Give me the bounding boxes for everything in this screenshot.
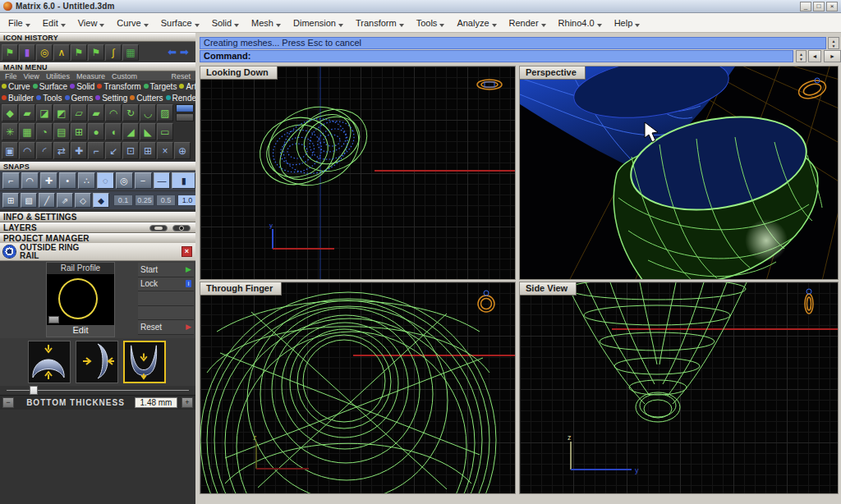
icon-history-header[interactable]: ICON HISTORY [0, 33, 195, 42]
category-item[interactable]: Tools [36, 94, 62, 103]
menu-item[interactable]: Rhino4.0 [558, 18, 602, 28]
profile-option-dome[interactable] [28, 341, 71, 383]
toolbar-button[interactable]: ⌐ [88, 142, 104, 159]
toolbar-button[interactable]: ⇄ [53, 142, 70, 159]
history-icon[interactable]: ⚑ [2, 44, 18, 61]
spin-down-icon[interactable]: ▼ [799, 57, 803, 62]
toolbar-button[interactable]: ◢ [122, 123, 139, 140]
history-icon[interactable]: ⚑ [88, 44, 104, 61]
reset-button[interactable]: Reset ▶ [138, 320, 194, 335]
menu-item[interactable]: File [8, 18, 30, 28]
thickness-increase-button[interactable]: + [182, 397, 193, 408]
menu-item[interactable]: Analyze [457, 18, 496, 28]
main-menu-tab[interactable]: Custom [112, 72, 137, 80]
toolbar-button[interactable]: ◩ [53, 104, 70, 121]
snap-mode-toggle[interactable]: ⇗ [57, 193, 73, 208]
menu-item[interactable]: Surface [161, 18, 200, 28]
toolbar-button[interactable]: ◔ [36, 123, 53, 140]
profile-option-side[interactable] [76, 341, 118, 383]
category-item[interactable]: Builder [2, 94, 34, 103]
toolbar-button[interactable]: ⊕ [174, 142, 191, 159]
viewport-through-finger[interactable]: z Through Finger [200, 282, 516, 494]
layer-toggle-icon[interactable] [149, 225, 168, 231]
viewport-looking-down[interactable]: y Looking Down [200, 66, 516, 280]
toolbar-button[interactable]: ◪ [36, 104, 53, 121]
project-item-outside-ring[interactable]: OUTSIDE RING RAIL × [0, 243, 195, 261]
menu-item[interactable]: Render [509, 18, 546, 28]
snap-mode-toggle[interactable]: ◇ [75, 193, 91, 208]
grid-snap-value[interactable]: 0.25 [135, 195, 154, 206]
command-prev-button[interactable]: ◄ [808, 50, 821, 62]
category-item[interactable]: Curve [2, 82, 30, 91]
toolbar-button[interactable]: ↻ [122, 104, 139, 121]
history-back-icon[interactable]: ⬅ [168, 47, 177, 57]
toolbar-button[interactable]: ◆ [2, 104, 18, 121]
viewport-title-tab[interactable]: Looking Down [200, 66, 278, 80]
command-spinner[interactable]: ▲ ▼ [796, 50, 807, 62]
menu-item[interactable]: Help [614, 18, 641, 28]
snap-toggle[interactable]: ◎ [116, 172, 133, 189]
category-item[interactable]: Cutters [130, 94, 163, 103]
history-icon[interactable]: ◎ [36, 44, 53, 61]
toolbar-button[interactable]: ⊡ [122, 142, 139, 159]
category-item[interactable]: Solid [70, 82, 94, 91]
start-button[interactable]: Start ▶ [138, 263, 194, 277]
profile-option-bottom[interactable] [123, 341, 166, 383]
snap-mode-toggle[interactable]: ◆ [93, 193, 109, 208]
scroll-down-icon[interactable]: ▼ [832, 44, 836, 48]
thickness-slider[interactable] [0, 386, 195, 395]
menu-item[interactable]: Edit [43, 18, 66, 28]
snap-toggle[interactable]: ◠ [21, 172, 39, 189]
history-forward-icon[interactable]: ➡ [180, 47, 189, 57]
category-item[interactable]: Art [179, 82, 196, 91]
project-close-button[interactable]: × [182, 246, 192, 257]
layers-header[interactable]: LAYERS [0, 222, 195, 233]
viewport-title-tab[interactable]: Side View [520, 282, 577, 296]
toolbar-button[interactable]: ▰ [88, 104, 104, 121]
minimize-button[interactable]: _ [800, 2, 811, 11]
toolbar-page-button[interactable] [176, 113, 194, 121]
toolbar-button[interactable]: ⊞ [71, 123, 87, 140]
viewport-title-tab[interactable]: Perspective [520, 66, 586, 80]
snap-toggle[interactable]: ◌ [97, 172, 114, 189]
snap-toggle[interactable]: ▮ [172, 172, 195, 189]
slider-handle[interactable] [30, 386, 38, 395]
toolbar-button[interactable]: ◣ [140, 123, 156, 140]
category-item[interactable]: Surface [33, 82, 67, 91]
main-menu-tab[interactable]: View [24, 72, 39, 80]
action-row-empty[interactable] [138, 306, 194, 321]
menu-item[interactable]: Mesh [251, 18, 281, 28]
menu-item[interactable]: Tools [416, 18, 445, 28]
info-settings-header[interactable]: INFO & SETTINGS [0, 212, 195, 222]
toolbar-button[interactable]: ▣ [2, 142, 18, 159]
category-item[interactable]: Targets [144, 82, 177, 91]
lock-button[interactable]: Lock i [138, 277, 194, 292]
grid-snap-value[interactable]: 1.0 [177, 195, 197, 206]
main-menu-tab[interactable]: File [5, 72, 17, 80]
snap-toggle[interactable]: ⌐ [2, 172, 20, 189]
thickness-decrease-button[interactable]: − [2, 397, 14, 408]
toolbar-button[interactable]: ↙ [105, 142, 122, 159]
snap-toggle[interactable]: ∴ [78, 172, 95, 189]
snap-toggle[interactable]: − [135, 172, 152, 189]
menu-item[interactable]: Dimension [293, 18, 343, 28]
command-input-line[interactable]: Command: [200, 50, 793, 62]
grid-snap-value[interactable]: 0.5 [156, 195, 176, 206]
snap-mode-toggle[interactable]: ⊞ [2, 193, 19, 208]
thickness-value-field[interactable]: 1.48 mm [135, 397, 177, 408]
main-menu-tab[interactable]: Measure [76, 72, 105, 80]
viewport-title-tab[interactable]: Through Finger [200, 282, 282, 296]
menu-item[interactable]: Solid [212, 18, 239, 28]
command-scrollbar[interactable]: ▲ ▼ [828, 37, 839, 49]
toolbar-button[interactable]: ▭ [157, 123, 173, 140]
toolbar-button[interactable]: ◜ [36, 142, 53, 159]
menu-item[interactable]: Transform [356, 18, 404, 28]
layer-visibility-eye-icon[interactable] [172, 225, 191, 231]
snaps-header[interactable]: SNAPS [0, 162, 195, 171]
toolbar-button[interactable]: ◠ [19, 142, 35, 159]
toolbar-button[interactable]: ✚ [71, 142, 87, 159]
history-icon[interactable]: ∫ [105, 44, 122, 61]
category-item[interactable]: Gems [65, 94, 94, 103]
restore-button[interactable]: □ [813, 2, 825, 11]
toolbar-button[interactable]: × [157, 142, 173, 159]
